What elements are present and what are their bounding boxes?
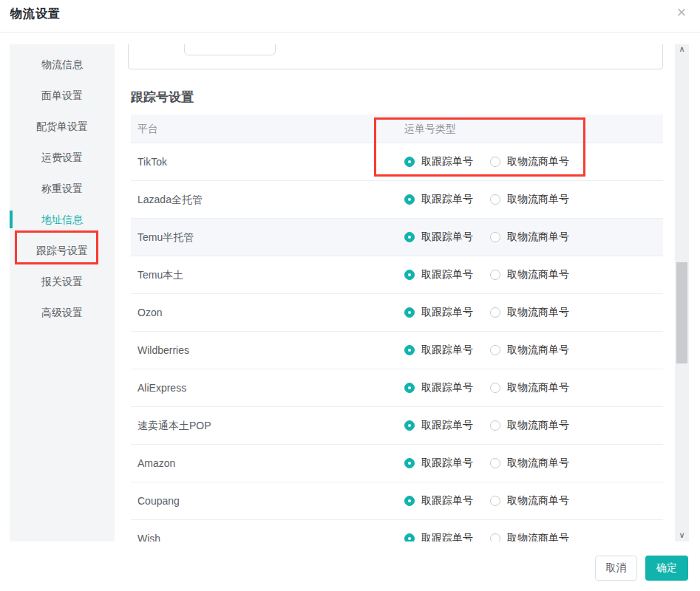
- radio-label[interactable]: 取跟踪单号: [421, 532, 473, 542]
- radio-icon[interactable]: [404, 232, 415, 242]
- radio-tracking-number[interactable]: 取跟踪单号: [404, 230, 473, 244]
- table-row-wish: Wish 取跟踪单号 取物流商单号: [131, 520, 663, 542]
- radio-label[interactable]: 取跟踪单号: [421, 268, 473, 281]
- radio-tracking-number[interactable]: 取跟踪单号: [404, 155, 473, 168]
- radio-icon[interactable]: [404, 194, 415, 205]
- table-row-coupang: Coupang 取跟踪单号 取物流商单号: [131, 482, 663, 520]
- radio-carrier-number[interactable]: 取物流商单号: [490, 193, 569, 206]
- radio-label[interactable]: 取物流商单号: [507, 494, 569, 508]
- radio-label[interactable]: 取物流商单号: [507, 268, 569, 281]
- radio-tracking-number[interactable]: 取跟踪单号: [404, 381, 473, 394]
- radio-carrier-number[interactable]: 取物流商单号: [490, 419, 569, 432]
- radio-carrier-number[interactable]: 取物流商单号: [490, 306, 569, 319]
- radio-icon[interactable]: [490, 496, 500, 506]
- table-body: TikTok 取跟踪单号 取物流商单号 Lazada全托管 取跟踪单号 取物流商…: [131, 143, 663, 542]
- dialog-body: 物流信息 面单设置 配货单设置 运费设置 称重设置 地址信息 跟踪号设置 报关设…: [0, 44, 700, 542]
- radio-label[interactable]: 取物流商单号: [507, 306, 569, 319]
- radio-icon[interactable]: [490, 383, 500, 393]
- radio-label[interactable]: 取跟踪单号: [421, 381, 473, 394]
- radio-icon[interactable]: [404, 307, 415, 318]
- platform-name: 速卖通本土POP: [137, 407, 211, 444]
- radio-tracking-number[interactable]: 取跟踪单号: [404, 419, 473, 432]
- radio-icon[interactable]: [404, 383, 415, 393]
- radio-carrier-number[interactable]: 取物流商单号: [490, 494, 569, 508]
- radio-carrier-number[interactable]: 取物流商单号: [490, 457, 569, 470]
- platform-name: Ozon: [137, 294, 162, 331]
- sidebar-item-waybill-settings[interactable]: 面单设置: [10, 80, 115, 111]
- scrollbar-thumb[interactable]: [676, 262, 687, 363]
- table-header-row: 平台 运单号类型: [131, 115, 663, 143]
- radio-label[interactable]: 取跟踪单号: [421, 230, 473, 244]
- radio-label[interactable]: 取跟踪单号: [421, 155, 473, 168]
- radio-tracking-number[interactable]: 取跟踪单号: [404, 306, 473, 319]
- radio-label[interactable]: 取跟踪单号: [421, 193, 473, 206]
- platform-name: Lazada全托管: [137, 181, 203, 218]
- radio-icon[interactable]: [490, 270, 500, 280]
- radio-icon[interactable]: [404, 420, 415, 431]
- waybill-type-radio-group: 取跟踪单号 取物流商单号: [404, 181, 569, 218]
- radio-label[interactable]: 取物流商单号: [507, 419, 569, 432]
- radio-carrier-number[interactable]: 取物流商单号: [490, 268, 569, 281]
- radio-tracking-number[interactable]: 取跟踪单号: [404, 344, 473, 357]
- radio-carrier-number[interactable]: 取物流商单号: [490, 230, 569, 244]
- radio-icon[interactable]: [490, 420, 500, 431]
- radio-label[interactable]: 取跟踪单号: [421, 344, 473, 357]
- radio-icon[interactable]: [404, 496, 415, 506]
- radio-icon[interactable]: [404, 270, 415, 280]
- radio-carrier-number[interactable]: 取物流商单号: [490, 532, 569, 542]
- sidebar-item-advanced-settings[interactable]: 高级设置: [10, 297, 115, 328]
- scrolled-section-input: [184, 44, 276, 55]
- radio-label[interactable]: 取物流商单号: [507, 344, 569, 357]
- radio-icon[interactable]: [490, 232, 500, 242]
- radio-icon[interactable]: [404, 345, 415, 355]
- radio-label[interactable]: 取物流商单号: [507, 193, 569, 206]
- radio-label[interactable]: 取跟踪单号: [421, 306, 473, 319]
- radio-label[interactable]: 取物流商单号: [507, 230, 569, 244]
- radio-label[interactable]: 取跟踪单号: [421, 494, 473, 508]
- radio-tracking-number[interactable]: 取跟踪单号: [404, 532, 473, 542]
- close-icon[interactable]: ×: [670, 1, 693, 23]
- radio-label[interactable]: 取跟踪单号: [421, 457, 473, 470]
- radio-tracking-number[interactable]: 取跟踪单号: [404, 193, 473, 206]
- radio-icon[interactable]: [490, 345, 500, 355]
- radio-tracking-number[interactable]: 取跟踪单号: [404, 457, 473, 470]
- radio-label[interactable]: 取物流商单号: [507, 155, 569, 168]
- waybill-type-radio-group: 取跟踪单号 取物流商单号: [404, 143, 569, 180]
- section-title: 跟踪号设置: [131, 89, 194, 106]
- radio-carrier-number[interactable]: 取物流商单号: [490, 344, 569, 357]
- radio-icon[interactable]: [490, 533, 500, 542]
- radio-tracking-number[interactable]: 取跟踪单号: [404, 494, 473, 508]
- sidebar-item-picking-list-settings[interactable]: 配货单设置: [10, 111, 115, 142]
- radio-label[interactable]: 取物流商单号: [507, 381, 569, 394]
- sidebar-item-customs-settings[interactable]: 报关设置: [10, 266, 115, 297]
- radio-icon[interactable]: [490, 307, 500, 318]
- radio-label[interactable]: 取跟踪单号: [421, 419, 473, 432]
- column-header-platform: 平台: [137, 115, 158, 143]
- radio-icon[interactable]: [404, 458, 415, 468]
- sidebar-item-weighing-settings[interactable]: 称重设置: [10, 173, 115, 204]
- sidebar-item-address-info[interactable]: 地址信息: [10, 204, 115, 235]
- radio-icon[interactable]: [490, 458, 500, 468]
- radio-carrier-number[interactable]: 取物流商单号: [490, 381, 569, 394]
- sidebar-item-logistics-info[interactable]: 物流信息: [10, 49, 115, 80]
- scrollbar-up-icon[interactable]: ∧: [675, 44, 689, 55]
- confirm-button[interactable]: 确定: [645, 556, 688, 581]
- scrollbar-down-icon[interactable]: ∨: [675, 529, 689, 542]
- sidebar-item-label: 称重设置: [41, 182, 83, 194]
- cancel-button[interactable]: 取消: [595, 556, 637, 581]
- radio-icon[interactable]: [490, 194, 500, 205]
- sidebar-item-tracking-number-settings[interactable]: 跟踪号设置: [10, 235, 115, 266]
- scrollbar[interactable]: ∧ ∨: [675, 44, 689, 542]
- radio-carrier-number[interactable]: 取物流商单号: [490, 155, 569, 168]
- radio-icon[interactable]: [404, 533, 415, 542]
- radio-label[interactable]: 取物流商单号: [507, 457, 569, 470]
- table-row-temu-semi: Temu半托管 取跟踪单号 取物流商单号: [131, 219, 663, 256]
- table-row-ozon: Ozon 取跟踪单号 取物流商单号: [131, 294, 663, 332]
- radio-icon[interactable]: [404, 157, 415, 167]
- radio-tracking-number[interactable]: 取跟踪单号: [404, 268, 473, 281]
- radio-label[interactable]: 取物流商单号: [507, 532, 569, 542]
- waybill-type-radio-group: 取跟踪单号 取物流商单号: [404, 520, 569, 542]
- table-row-tiktok: TikTok 取跟踪单号 取物流商单号: [131, 143, 663, 181]
- sidebar-item-freight-settings[interactable]: 运费设置: [10, 142, 115, 173]
- radio-icon[interactable]: [490, 157, 500, 167]
